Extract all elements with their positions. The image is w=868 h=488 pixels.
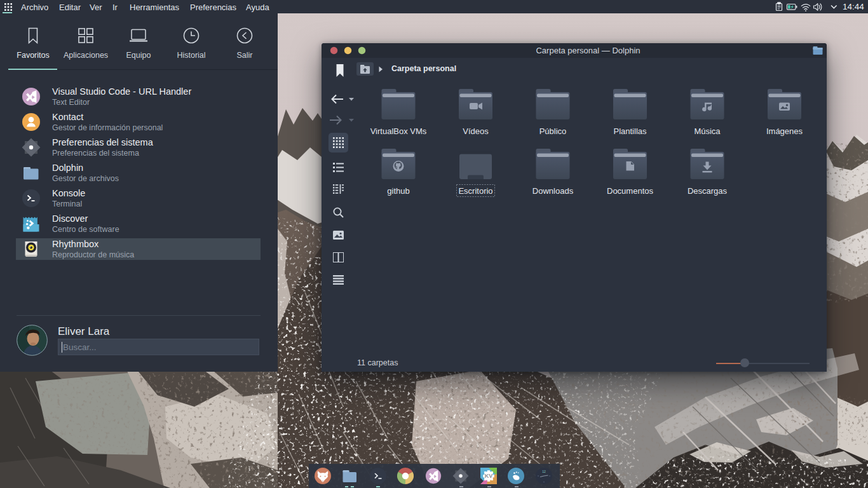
svg-text:Escritorio: Escritorio (458, 186, 492, 196)
svg-text:Vídeos: Vídeos (463, 126, 489, 136)
svg-text:Imágenes: Imágenes (766, 126, 803, 136)
svg-text:Downloads: Downloads (532, 186, 574, 196)
svg-text:Música: Música (694, 126, 721, 136)
svg-text:Plantillas: Plantillas (613, 126, 647, 136)
svg-text:Descargas: Descargas (688, 186, 728, 196)
svg-text:KV: KV (484, 473, 492, 479)
svg-text:Documentos: Documentos (607, 186, 653, 196)
svg-text:12: 12 (542, 470, 546, 473)
svg-text:VirtualBox VMs: VirtualBox VMs (370, 126, 427, 136)
svg-text:Público: Público (539, 126, 567, 136)
svg-text:github: github (387, 186, 409, 196)
